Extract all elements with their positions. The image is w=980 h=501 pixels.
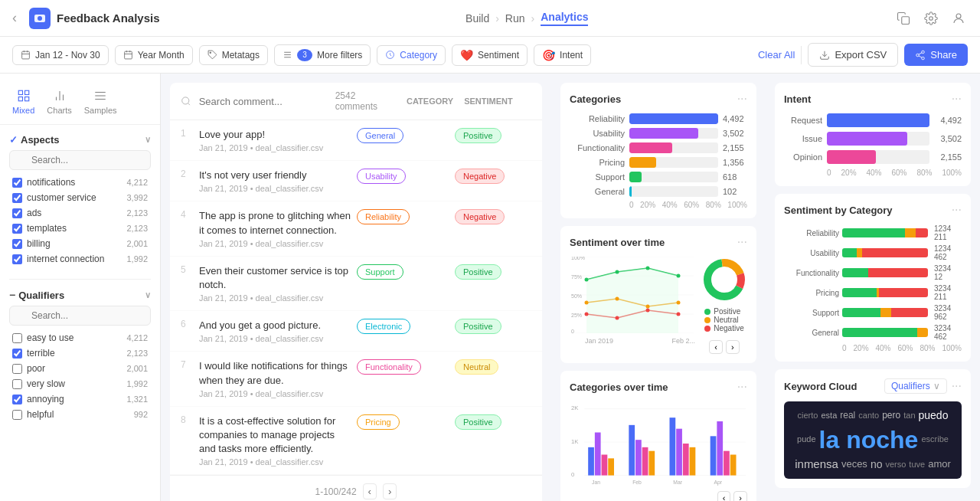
nav-analytics[interactable]: Analytics <box>541 11 588 26</box>
qualifiers-header[interactable]: − Qualifiers ∨ <box>9 289 151 301</box>
intent-filter[interactable]: 🎯 Intent <box>534 44 591 66</box>
comment-sentiment-badge[interactable]: Neutral <box>455 359 498 375</box>
sentiment-prev-button[interactable]: ‹ <box>709 340 723 354</box>
categories-menu-icon[interactable]: ··· <box>737 92 747 106</box>
keyword-inmensa[interactable]: inmensa <box>795 457 838 471</box>
keyword-pude[interactable]: pude <box>797 434 815 444</box>
aspect-checkbox[interactable] <box>12 178 22 188</box>
next-page-button[interactable]: › <box>383 483 397 499</box>
nav-run[interactable]: Run <box>505 12 525 25</box>
nav-build[interactable]: Build <box>466 12 489 25</box>
comment-row[interactable]: 7 I would like notifications for things … <box>170 352 542 406</box>
qualifiers-search-input[interactable] <box>9 306 151 326</box>
comment-category-badge[interactable]: Usability <box>357 169 406 184</box>
qualifier-checkbox[interactable] <box>12 364 22 374</box>
aspect-checkbox[interactable] <box>12 224 22 234</box>
date-range-filter[interactable]: Jan 12 - Nov 30 <box>12 45 109 65</box>
keyword-verso[interactable]: verso <box>885 460 906 470</box>
grouping-filter[interactable]: Year Month <box>115 45 193 65</box>
share-button[interactable]: Share <box>904 44 968 66</box>
aspect-checkbox[interactable] <box>12 239 22 249</box>
comment-sentiment-badge[interactable]: Positive <box>455 319 501 334</box>
copy-icon[interactable] <box>894 9 913 28</box>
keyword-tuve[interactable]: tuve <box>909 460 925 470</box>
prev-page-button[interactable]: ‹ <box>363 483 377 499</box>
keyword-escribe[interactable]: escribe <box>921 434 948 444</box>
comment-category-badge[interactable]: Support <box>357 264 403 280</box>
keyword-cierto[interactable]: cierto <box>798 411 818 421</box>
tab-charts[interactable]: Charts <box>41 86 77 118</box>
aspect-checkbox[interactable] <box>12 193 22 203</box>
settings-icon[interactable] <box>922 9 940 28</box>
tab-samples[interactable]: Samples <box>78 86 123 118</box>
comment-row[interactable]: 8 It is a cost-effective solution for co… <box>170 407 542 476</box>
comment-row[interactable]: 5 Even their customer service is top not… <box>170 257 542 311</box>
comment-row[interactable]: 4 The app is prone to glitching when it … <box>170 201 542 256</box>
back-button[interactable]: ‹ <box>12 10 17 26</box>
intent-menu-icon[interactable]: ··· <box>952 92 962 106</box>
keyword-tan[interactable]: tan <box>903 411 915 421</box>
cat-time-prev-button[interactable]: ‹ <box>717 491 731 501</box>
keyword-la-noche[interactable]: la noche <box>819 425 919 454</box>
keyword-amor[interactable]: amor <box>928 458 951 470</box>
sidebar-qualifier-item[interactable]: very slow 1,992 <box>9 376 151 391</box>
comment-category-badge[interactable]: Reliability <box>357 209 410 224</box>
keyword-esta[interactable]: esta <box>821 411 837 421</box>
comment-search-input[interactable] <box>199 96 328 107</box>
comment-row[interactable]: 1 Love your app! Jan 21, 2019 • deal_cla… <box>170 120 542 161</box>
sidebar-aspect-item[interactable]: customer service 3,992 <box>9 190 151 205</box>
qualifiers-collapse[interactable]: − <box>9 289 15 301</box>
comment-category-badge[interactable]: Functionality <box>357 359 421 375</box>
cat-time-next-button[interactable]: › <box>733 491 747 501</box>
qualifier-checkbox[interactable] <box>12 395 22 404</box>
sentiment-next-button[interactable]: › <box>726 340 740 354</box>
categories-time-menu-icon[interactable]: ··· <box>737 380 747 394</box>
tab-mixed[interactable]: Mixed <box>6 86 41 118</box>
comment-sentiment-badge[interactable]: Positive <box>455 414 501 430</box>
sentiment-filter[interactable]: ❤️ Sentiment <box>452 44 528 66</box>
qualifier-checkbox[interactable] <box>12 349 22 359</box>
comment-row[interactable]: 2 It's not very user friendly Jan 21, 20… <box>170 161 542 201</box>
sidebar-qualifier-item[interactable]: terrible 2,123 <box>9 345 151 361</box>
qualifier-checkbox[interactable] <box>12 379 22 389</box>
sidebar-aspect-item[interactable]: billing 2,001 <box>9 236 151 251</box>
keyword-puedo[interactable]: puedo <box>919 409 949 422</box>
qualifier-checkbox[interactable] <box>12 410 22 420</box>
user-icon[interactable] <box>949 9 968 28</box>
comment-sentiment-badge[interactable]: Positive <box>455 264 501 280</box>
sidebar-qualifier-item[interactable]: poor 2,001 <box>9 361 151 376</box>
sidebar-aspect-item[interactable]: notifications 4,212 <box>9 175 151 190</box>
keyword-no[interactable]: no <box>871 458 883 471</box>
aspects-search-input[interactable] <box>9 150 151 170</box>
comment-category-badge[interactable]: Electronic <box>357 319 410 334</box>
sidebar-qualifier-item[interactable]: helpful 992 <box>9 407 151 422</box>
comment-sentiment-badge[interactable]: Negative <box>455 209 505 224</box>
export-csv-button[interactable]: Export CSV <box>808 43 898 67</box>
keyword-filter-button[interactable]: Qualifiers ∨ <box>884 378 947 394</box>
metatags-filter[interactable]: Metatags <box>199 45 268 65</box>
clear-all-button[interactable]: Clear All <box>758 49 795 61</box>
sidebar-aspect-item[interactable]: ads 2,123 <box>9 205 151 221</box>
comment-row[interactable]: 6 And you get a good picture. Jan 21, 20… <box>170 311 542 352</box>
qualifier-checkbox[interactable] <box>12 333 22 343</box>
category-filter[interactable]: Category <box>377 45 446 65</box>
aspects-header[interactable]: ✓Aspects ∨ <box>9 134 151 146</box>
keyword-veces[interactable]: veces <box>841 458 867 470</box>
more-filters-filter[interactable]: 3 More filters <box>274 44 371 66</box>
sidebar-aspect-item[interactable]: internet connection 1,992 <box>9 251 151 267</box>
sidebar-aspect-item[interactable]: templates 2,123 <box>9 221 151 236</box>
keyword-canto[interactable]: canto <box>858 411 879 421</box>
sidebar-qualifier-item[interactable]: easy to use 4,212 <box>9 330 151 345</box>
sbc-menu-icon[interactable]: ··· <box>952 203 962 217</box>
aspect-checkbox[interactable] <box>12 254 22 264</box>
comment-category-badge[interactable]: Pricing <box>357 414 400 430</box>
comment-sentiment-badge[interactable]: Positive <box>455 128 501 143</box>
sentiment-time-menu-icon[interactable]: ··· <box>737 235 747 249</box>
keyword-menu-icon[interactable]: ··· <box>952 379 962 393</box>
keyword-pero[interactable]: pero <box>882 410 900 421</box>
comment-category-badge[interactable]: General <box>357 128 403 143</box>
keyword-real[interactable]: real <box>840 410 855 421</box>
comment-sentiment-badge[interactable]: Negative <box>455 169 505 184</box>
sidebar-qualifier-item[interactable]: annoying 1,321 <box>9 391 151 407</box>
aspect-checkbox[interactable] <box>12 208 22 218</box>
